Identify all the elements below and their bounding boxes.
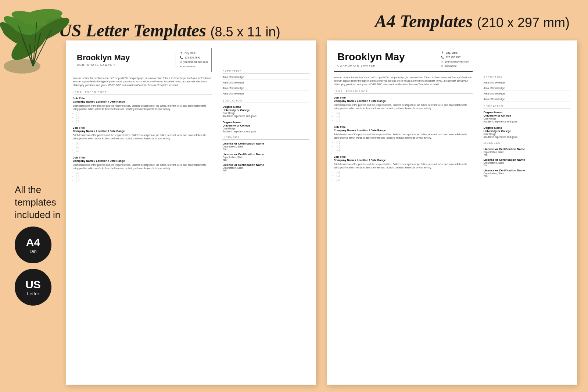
us-licenses-header: LICENSES (222, 136, 309, 140)
us-expertise-1: Area of knowledge (222, 76, 309, 80)
us-contact-phone-row: 📞 123.456.7891 (180, 56, 208, 60)
a4-resume-page: Brooklyn May CORPORATE LAWYER 📍 City, St… (327, 40, 577, 385)
us-resume-left: Brooklyn May CORPORATE LAWYER 📍 City, St… (73, 48, 217, 377)
a4-job1-bullet1: (...) (337, 111, 473, 115)
us-job1-bullet1: (...) (76, 112, 212, 115)
us-contact-phone: 123.456.7891 (184, 56, 200, 60)
us-license2-name: License or Certification Name (222, 153, 309, 156)
promo-text: All the templates included in (15, 184, 60, 221)
plant-decoration (0, 0, 81, 74)
us-contact-email: yourname@mail.com (183, 60, 208, 64)
a4-license3-year: Year (483, 175, 570, 177)
a4-job-2: Job Title Company Name / Location / Date… (334, 125, 473, 152)
us-about-text: You can include the section "about me" o… (73, 76, 212, 87)
us-job1-company: Company Name / Location / Date Range (73, 100, 212, 103)
a4-license1-year: Year (483, 153, 570, 156)
a4-resume-header: Brooklyn May CORPORATE LAWYER 📍 City, St… (334, 48, 473, 72)
a4-badge: A4 Din (15, 227, 51, 263)
us-badge: US Letter (15, 269, 51, 306)
a4-job2-bullets: (...) (...) (...) (334, 140, 473, 152)
a4-license-3: License or Certification Name Organizati… (483, 169, 570, 177)
a4-job1-company: Company Name / Location / Date Range (334, 99, 473, 103)
us-edu1-university: University or College (222, 108, 309, 112)
a4-contact-linkedin: /username (445, 64, 457, 68)
us-expertise-4: Area of knowledge (222, 92, 309, 96)
us-contact-linkedin-row: in /username (180, 64, 208, 69)
us-job-2: Job Title Company Name / Location / Date… (73, 126, 212, 153)
a4-license-1: License or Certification Name Organizati… (483, 147, 570, 156)
pages-container: Brooklyn May CORPORATE LAWYER 📍 City, St… (66, 40, 577, 385)
us-job1-title: Job Title (73, 97, 212, 100)
us-expertise-2: Area of knowledge (222, 81, 309, 85)
a4-contact-email-row: ✉ yourname@mail.com (441, 60, 469, 64)
promo-line3: included in (15, 209, 60, 220)
us-job3-desc: Brief description of the position and th… (73, 163, 212, 170)
a4-license3-org: Organization, State (483, 172, 570, 175)
us-badge-sub: Letter (27, 291, 39, 296)
a4-job2-bullet1: (...) (337, 140, 473, 144)
us-license3-org: Organization, State (222, 167, 309, 169)
us-resume-jobtitle: CORPORATE LAWYER (77, 63, 172, 67)
a4-job3-desc: Brief description of the position and th… (334, 163, 473, 169)
us-job2-company: Company Name / Location / Date Range (73, 129, 212, 133)
a4-resume-right: EXPERTISE Area of knowledge Area of know… (478, 48, 570, 377)
us-job3-company: Company Name / Location / Date Range (73, 159, 212, 163)
us-contact-city: City, State (184, 51, 196, 56)
us-resume-contact: 📍 City, State 📞 123.456.7891 ✉ yourname@… (180, 51, 208, 69)
left-labels: All the templates included in A4 Din US … (15, 184, 60, 306)
svg-point-0 (4, 59, 40, 74)
a4-expertise-4: Area of knowledge (483, 98, 570, 102)
a4-expertise-header: EXPERTISE (483, 75, 570, 79)
a4-name-block: Brooklyn May CORPORATE LAWYER (337, 51, 437, 67)
a4-job1-bullets: (...) (...) (...) (334, 111, 473, 122)
promo-line1: All the (15, 184, 41, 195)
a4-job2-desc: Brief description of the position and th… (334, 133, 473, 139)
us-expertise-3: Area of knowledge (222, 87, 309, 91)
a4-education-header: EDUCATION (483, 105, 570, 108)
a4-edu1-date: Date Range (483, 117, 570, 120)
us-job1-desc: Brief description of the position and th… (73, 104, 212, 111)
a4-edu2-desc: Academic experience and goals. (483, 135, 570, 139)
a4-phone-icon: 📞 (441, 55, 444, 60)
us-job2-bullet3: (...) (76, 149, 212, 153)
us-edu2-university: University or College (222, 124, 309, 127)
a4-job3-bullets: (...) (...) (...) (334, 170, 473, 182)
us-resume-name: Brooklyn May (77, 53, 172, 62)
a4-license2-org: Organization, State (483, 161, 570, 164)
a4-edu1-university: University or College (483, 114, 570, 117)
a4-job2-company: Company Name / Location / Date Range (334, 129, 473, 132)
us-license-1: License or Certification Name Organizati… (222, 142, 309, 150)
a4-edu-1: Degree Name University or College Date R… (483, 111, 570, 123)
a4-job-3: Job Title Company Name / Location / Date… (334, 155, 473, 182)
a4-job3-title: Job Title (334, 155, 473, 158)
us-edu-2: Degree Name University or College Date R… (222, 121, 309, 133)
a4-job1-desc: Brief description of the position and th… (334, 103, 473, 110)
us-job1-bullet3: (...) (76, 120, 212, 123)
a4-email-icon: ✉ (441, 60, 443, 64)
us-job1-bullet2: (...) (76, 115, 212, 119)
a4-license-2: License or Certification Name Organizati… (483, 158, 570, 167)
a4-resume-left: Brooklyn May CORPORATE LAWYER 📍 City, St… (334, 48, 478, 377)
a4-contact-city: City, State (446, 51, 458, 55)
a4-about-text: You can include the section "about me" o… (334, 76, 473, 86)
us-education-header: EDUCATION (222, 99, 309, 103)
a4-edu1-degree: Degree Name (483, 111, 570, 114)
a4-edu2-university: University or College (483, 129, 570, 133)
a4-legal-experience-header: LEGAL EXPERIENCE (334, 90, 473, 94)
us-license-2: License or Certification Name Organizati… (222, 153, 309, 161)
a4-job1-bullet2: (...) (337, 115, 473, 118)
a4-job-1: Job Title Company Name / Location / Date… (334, 96, 473, 122)
location-icon: 📍 (180, 51, 183, 56)
a4-resume-name: Brooklyn May (337, 51, 434, 63)
a4-contact-email: yourname@mail.com (445, 60, 469, 64)
a4-resume-contact: 📍 City, State 📞 123.456.7891 ✉ yourname@… (441, 51, 469, 68)
us-title-size: (8.5 x 11 in) (211, 24, 280, 39)
a4-contact-phone-row: 📞 123.456.7891 (441, 55, 469, 60)
us-edu1-desc: Academic experience and goals. (222, 114, 309, 118)
us-job-1: Job Title Company Name / Location / Date… (73, 97, 212, 123)
us-job2-desc: Brief description of the position and th… (73, 133, 212, 140)
us-legal-experience-header: LEGAL EXPERIENCE (73, 91, 212, 95)
us-job3-bullet2: (...) (76, 175, 212, 178)
us-edu1-date: Date Range (222, 112, 309, 114)
us-title-script: US Letter Templates (59, 21, 206, 40)
